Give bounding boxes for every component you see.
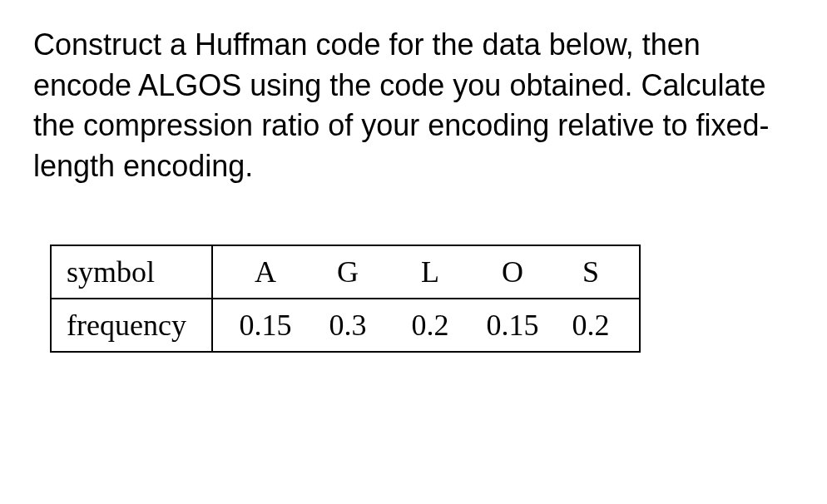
question-text: Construct a Huffman code for the data be… (33, 25, 794, 186)
frequency-row-values: 0.15 0.3 0.2 0.15 0.2 (212, 299, 640, 352)
frequency-l: 0.2 (393, 308, 468, 343)
table-row-frequency: frequency 0.15 0.3 0.2 0.15 0.2 (51, 299, 640, 352)
frequency-g: 0.3 (310, 308, 385, 343)
symbol-a: A (228, 254, 303, 289)
frequency-a: 0.15 (228, 308, 303, 343)
frequency-o: 0.15 (475, 308, 550, 343)
symbol-s: S (557, 254, 624, 289)
frequency-table: symbol A G L O S frequency 0.15 0.3 0.2 … (50, 245, 641, 353)
frequency-row-label: frequency (51, 299, 212, 352)
symbol-row-label: symbol (51, 245, 212, 299)
symbol-g: G (310, 254, 385, 289)
frequency-s: 0.2 (557, 308, 624, 343)
symbol-l: L (393, 254, 468, 289)
symbol-o: O (475, 254, 550, 289)
table-row-symbol: symbol A G L O S (51, 245, 640, 299)
symbol-row-values: A G L O S (212, 245, 640, 299)
